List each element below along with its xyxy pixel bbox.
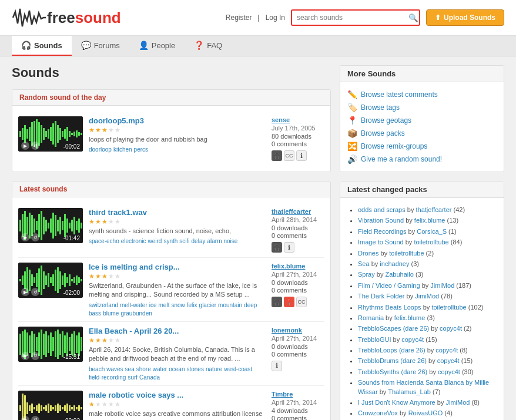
browse-geotags-link[interactable]: 📍 Browse geotags xyxy=(347,114,497,127)
loop-button[interactable]: ↺ xyxy=(31,416,39,420)
tag[interactable]: percs xyxy=(134,146,148,153)
pack-link[interactable]: The Dark Folder xyxy=(358,293,404,300)
headphone-badge[interactable]: 🎧 xyxy=(272,297,282,307)
play-button[interactable]: ▶ xyxy=(21,416,29,420)
sound-user-link[interactable]: lonemonk xyxy=(272,327,302,334)
sound-user-link[interactable]: felix.blume xyxy=(272,263,305,270)
tag[interactable]: bass xyxy=(89,310,101,317)
cc-badge[interactable]: CC xyxy=(284,150,294,161)
sound-user-link[interactable]: thatjeffcarter xyxy=(272,208,311,215)
pack-link[interactable]: Rhythms Beats Loops xyxy=(358,304,421,311)
tag[interactable]: snow xyxy=(171,302,185,308)
sound-thumbnail[interactable]: ▶ ↺ -01:42 xyxy=(18,208,83,243)
tag[interactable]: scifi xyxy=(179,238,189,244)
tag[interactable]: mountain xyxy=(218,302,242,308)
tag[interactable]: Canada xyxy=(139,374,160,381)
sound-title-link[interactable]: Ella Beach - April 26 20... xyxy=(89,327,179,335)
sound-thumbnail[interactable]: ▶ ↺ -02:00 xyxy=(18,263,83,298)
pack-link[interactable]: I Just Don't Know Anymore xyxy=(358,399,435,406)
browse-tags-link[interactable]: 🏷️ Browse tags xyxy=(347,101,497,114)
info-badge[interactable]: ℹ xyxy=(272,361,282,371)
nav-people[interactable]: 👤 People xyxy=(129,36,185,56)
random-sound-thumbnail[interactable]: ▶ ↺ -00:02 xyxy=(18,116,83,152)
user-link[interactable]: copyc4t xyxy=(437,357,460,364)
info-badge[interactable]: ℹ xyxy=(296,150,307,161)
nav-forums[interactable]: 💬 Forums xyxy=(72,36,129,56)
loop-button[interactable]: ↺ xyxy=(31,142,39,150)
tag[interactable]: electronic xyxy=(121,238,146,244)
user-link[interactable]: copyc4t xyxy=(401,336,424,343)
user-link[interactable]: JimiMod xyxy=(445,399,470,406)
headphone-badge[interactable]: 🎧 xyxy=(272,242,282,253)
tag[interactable]: delay xyxy=(192,238,206,244)
pack-link[interactable]: Drones xyxy=(358,250,378,257)
tag[interactable]: switzerland xyxy=(89,302,118,308)
login-link[interactable]: Log In xyxy=(266,14,285,22)
nav-faq[interactable]: ❓ FAQ xyxy=(185,36,232,56)
pack-link[interactable]: TrebbloGUI xyxy=(358,336,391,343)
sound-user-link[interactable]: Timbre xyxy=(272,391,293,398)
register-link[interactable]: Register xyxy=(226,14,252,22)
user-link[interactable]: Thalamus_Lab xyxy=(388,388,431,395)
tag[interactable]: sea xyxy=(125,366,135,372)
pack-link[interactable]: TrebbloSynths (dare 26) xyxy=(358,368,427,375)
user-link[interactable]: felix.blume xyxy=(394,314,425,321)
tag[interactable]: nature xyxy=(206,366,222,372)
info-badge[interactable]: ℹ xyxy=(284,242,294,253)
tag[interactable]: synth xyxy=(163,238,177,244)
tag[interactable]: deep xyxy=(244,302,257,308)
tag[interactable]: space-echo xyxy=(89,238,119,244)
tag[interactable]: water xyxy=(153,366,167,372)
search-input[interactable] xyxy=(291,9,420,26)
tag[interactable]: melt xyxy=(159,302,170,308)
tag[interactable]: glacier xyxy=(199,302,216,308)
browse-remixgroups-link[interactable]: 🔀 Browse remix-groups xyxy=(347,140,497,153)
nav-sounds[interactable]: 🎧 Sounds xyxy=(12,36,72,56)
play-button[interactable]: ▶ xyxy=(21,233,29,241)
pack-link[interactable]: Vibration Sound xyxy=(358,217,404,224)
user-link[interactable]: copyc4t xyxy=(435,347,458,354)
pack-link[interactable]: TrebbloDrums (dare 26) xyxy=(358,357,427,364)
user-link[interactable]: felix.blume xyxy=(414,217,445,224)
pack-link[interactable]: Image to Sound xyxy=(358,238,404,246)
pack-link[interactable]: TrebbloScapes (dare 26) xyxy=(358,325,429,332)
browse-comments-link[interactable]: ✏️ Browse latest comments xyxy=(347,88,497,101)
tag[interactable]: graubunden xyxy=(120,310,152,317)
user-link[interactable]: JimiMod xyxy=(430,282,454,289)
tag[interactable]: kitchen xyxy=(113,146,132,153)
tag[interactable]: doorloop xyxy=(89,146,112,153)
loop-button[interactable]: ↺ xyxy=(31,288,39,296)
tag[interactable]: field-recording xyxy=(89,374,126,381)
pack-link[interactable]: Film / Video / Gaming xyxy=(358,282,420,289)
cc-badge[interactable]: CC xyxy=(296,297,307,307)
pack-link[interactable]: Romania xyxy=(358,314,384,321)
sound-thumbnail[interactable]: ▶ ↺ -15:31 xyxy=(18,327,83,362)
search-button[interactable]: 🔍 xyxy=(408,14,418,22)
user-link[interactable]: Zabuhailo xyxy=(386,271,414,278)
user-link[interactable]: toiletrolltube xyxy=(414,238,448,246)
tag[interactable]: west-coast xyxy=(224,366,252,372)
sound-title-link[interactable]: doorloop5.mp3 xyxy=(89,116,144,125)
sound-thumbnail[interactable]: ▶ ↺ -00:02 xyxy=(18,391,83,420)
pack-link[interactable]: CrowzoneVox xyxy=(358,409,398,416)
pack-link[interactable]: Sea xyxy=(358,260,370,267)
pack-link[interactable]: Spray xyxy=(358,271,375,278)
tag[interactable]: felix xyxy=(187,302,197,308)
tag[interactable]: beach xyxy=(89,366,105,372)
user-link[interactable]: JimiMod xyxy=(415,293,439,300)
headphone-badge[interactable]: 🎧 xyxy=(272,150,282,161)
random-sound-link[interactable]: 🔊 Give me a random sound! xyxy=(347,153,497,166)
tag[interactable]: stones xyxy=(186,366,203,372)
user-link[interactable]: inchadney xyxy=(380,260,409,267)
tag[interactable]: waves xyxy=(106,366,123,372)
pack-link[interactable]: Field Recordings xyxy=(358,228,407,235)
sound-title-link[interactable]: Ice is melting and crisp... xyxy=(89,263,180,271)
user-link[interactable]: copyc4t xyxy=(440,325,462,332)
user-link[interactable]: toiletrolltube xyxy=(431,304,466,311)
user-link[interactable]: copyc4t xyxy=(438,368,460,375)
user-link[interactable]: thatjeffcarter xyxy=(416,206,451,213)
user-link[interactable]: toiletrolltube xyxy=(389,250,424,257)
tag[interactable]: alarm xyxy=(207,238,222,244)
play-button[interactable]: ▶ xyxy=(21,142,29,150)
play-button[interactable]: ▶ xyxy=(21,288,29,296)
